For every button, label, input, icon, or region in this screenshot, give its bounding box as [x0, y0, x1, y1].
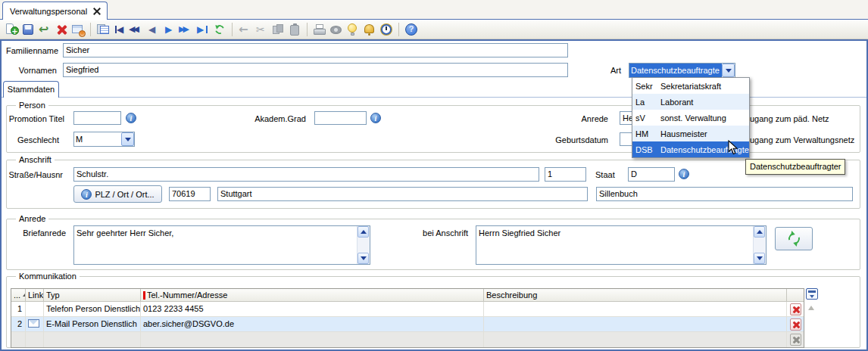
- paste-icon[interactable]: [287, 22, 302, 37]
- actions-cell: [787, 302, 804, 316]
- info-icon[interactable]: [679, 169, 689, 179]
- adresse-cell[interactable]: aber.sicher@DSGVO.de: [141, 317, 484, 331]
- back-icon[interactable]: [237, 22, 252, 37]
- familienname-label: Familienname: [6, 46, 57, 55]
- art-combobox[interactable]: Datenschutzbeauftragte: [629, 63, 735, 78]
- column-header-adresse[interactable]: Tel.-Nummer/Adresse: [141, 289, 484, 301]
- plz-ort-button-label: PLZ / Ort / Ort...: [95, 190, 154, 199]
- briefanrede-textarea[interactable]: Sehr geehrter Herr Sicher,: [73, 225, 370, 265]
- tab-label: Verwaltungspersonal: [10, 7, 87, 16]
- mouse-cursor: [728, 140, 738, 156]
- column-options-icon[interactable]: [806, 288, 818, 300]
- scroll-up-icon[interactable]: [754, 226, 765, 238]
- delete-row-icon[interactable]: [790, 318, 801, 331]
- plz-input[interactable]: 70619: [169, 187, 211, 201]
- first-icon[interactable]: [112, 22, 127, 37]
- toolbar-separator: [398, 23, 399, 36]
- typ-cell[interactable]: E-Mail Person Dienstlich: [44, 317, 141, 331]
- delete-icon[interactable]: [54, 22, 69, 37]
- column-header-typ[interactable]: Typ: [44, 289, 141, 301]
- scroll-down-icon[interactable]: [358, 253, 369, 264]
- link-cell[interactable]: [26, 317, 44, 331]
- copy-icon[interactable]: [270, 22, 286, 37]
- clock-icon[interactable]: [379, 22, 394, 37]
- scrollbar[interactable]: [357, 226, 370, 264]
- vornamen-input[interactable]: Siegfried: [63, 63, 568, 77]
- undo-icon[interactable]: [37, 22, 52, 37]
- row-number: 1: [11, 302, 26, 316]
- regenerate-anrede-button[interactable]: [775, 227, 813, 250]
- help-icon[interactable]: [404, 22, 419, 37]
- next-fast-icon[interactable]: [179, 22, 194, 37]
- hausnr-input[interactable]: 1: [545, 167, 586, 182]
- disc-icon[interactable]: [329, 22, 344, 37]
- zugang-verwaltungsnetz-label: ugang zum Verwaltungsnetz: [750, 135, 854, 144]
- typ-cell[interactable]: [44, 332, 141, 347]
- copy-record-icon[interactable]: [95, 22, 111, 37]
- plz-ort-button[interactable]: PLZ / Ort / Ort...: [73, 185, 162, 203]
- table-row-2[interactable]: 2 E-Mail Person Dienstlich aber.sicher@D…: [11, 317, 804, 332]
- delete-row-icon: [790, 334, 801, 346]
- required-marker: [143, 291, 145, 300]
- scroll-down-icon[interactable]: [754, 253, 765, 264]
- dropdown-option-sv[interactable]: sV sonst. Verwaltung: [632, 110, 749, 126]
- column-header-nr[interactable]: ...: [11, 289, 26, 301]
- dropdown-option-la[interactable]: La Laborant: [632, 94, 749, 110]
- info-icon[interactable]: [370, 113, 381, 123]
- refresh-icon: [786, 231, 801, 246]
- akadem-grad-label: Akadem.Grad: [230, 114, 306, 123]
- beschreibung-cell[interactable]: [484, 302, 787, 316]
- save-icon[interactable]: [20, 22, 36, 37]
- close-tab-icon[interactable]: [93, 8, 100, 14]
- bell-icon[interactable]: [362, 22, 377, 37]
- column-header-beschreibung[interactable]: Beschreibung: [484, 289, 787, 301]
- table-row-1[interactable]: 1 Telefon Person Dienstlich 0123 2233 44…: [11, 302, 804, 317]
- familienname-input[interactable]: Sicher: [63, 43, 568, 57]
- akadem-grad-input[interactable]: [314, 111, 367, 125]
- prev-fast-icon[interactable]: [129, 22, 144, 37]
- ortsteil-input[interactable]: Sillenbuch: [596, 187, 853, 201]
- briefanrede-label: Briefanrede: [6, 228, 66, 238]
- new-record-icon[interactable]: [4, 22, 19, 37]
- delete-row-icon[interactable]: [790, 303, 801, 315]
- zugang-paed-netz-label: ugang zum päd. Netz: [750, 114, 829, 123]
- anschrift-legend: Anschrift: [16, 155, 55, 164]
- link-cell: [26, 332, 44, 347]
- column-header-link[interactable]: Link: [26, 289, 44, 301]
- tab-stammdaten[interactable]: Stammdaten: [3, 81, 59, 98]
- geschlecht-combobox[interactable]: M: [73, 132, 135, 147]
- adresse-cell[interactable]: 0123 2233 4455: [141, 302, 484, 316]
- next-icon[interactable]: [162, 22, 177, 37]
- cut-icon[interactable]: [254, 22, 269, 37]
- dropdown-option-sekr[interactable]: Sekr Sekretariatskraft: [632, 78, 749, 94]
- info-icon[interactable]: [126, 113, 136, 123]
- prev-icon[interactable]: [145, 22, 161, 37]
- chevron-down-icon[interactable]: [722, 64, 735, 77]
- refresh-icon[interactable]: [212, 22, 227, 37]
- geschlecht-label: Geschlecht: [6, 135, 59, 144]
- beschreibung-cell[interactable]: [484, 332, 787, 347]
- ort-input[interactable]: Stuttgart: [217, 187, 588, 201]
- bei-anschrift-textarea[interactable]: Herrn Siegfried Sicher: [476, 225, 767, 265]
- anrede-legend: Anrede: [16, 214, 48, 223]
- beschreibung-cell[interactable]: [484, 317, 787, 331]
- dropdown-option-hm[interactable]: HM Hausmeister: [632, 126, 749, 141]
- hint-icon[interactable]: [345, 22, 361, 37]
- table-header-row: ... Link Typ Tel.-Nummer/Adresse Beschre…: [11, 289, 804, 302]
- table-scroll-up-icon[interactable]: [808, 306, 814, 310]
- strasse-input[interactable]: Schulstr.: [73, 167, 539, 182]
- print-icon[interactable]: [312, 22, 327, 37]
- adresse-cell[interactable]: [141, 332, 484, 347]
- promotion-titel-input[interactable]: [73, 111, 121, 125]
- close-form-icon[interactable]: [70, 22, 86, 37]
- table-row-empty[interactable]: [11, 332, 804, 347]
- kommunikation-table: ... Link Typ Tel.-Nummer/Adresse Beschre…: [11, 288, 804, 348]
- scrollbar[interactable]: [753, 226, 766, 264]
- scroll-up-icon[interactable]: [358, 226, 369, 238]
- geschlecht-value: M: [74, 132, 121, 146]
- last-icon[interactable]: [195, 22, 211, 37]
- chevron-down-icon[interactable]: [121, 132, 134, 146]
- staat-input[interactable]: D: [628, 167, 675, 182]
- tab-verwaltungspersonal[interactable]: Verwaltungspersonal: [2, 2, 108, 20]
- typ-cell[interactable]: Telefon Person Dienstlich: [44, 302, 141, 316]
